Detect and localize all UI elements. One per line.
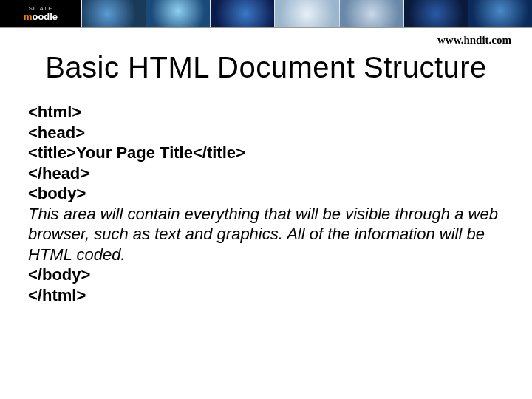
banner-thumb xyxy=(468,0,532,27)
banner-thumb xyxy=(210,0,274,27)
logo-block: SLIATE moodle xyxy=(0,0,81,27)
code-line: <title>Your Page Title</title> xyxy=(28,143,504,163)
banner-image-strip xyxy=(81,0,532,27)
banner-thumb xyxy=(274,0,338,27)
logo-bottom-text: moodle xyxy=(24,12,58,21)
banner-thumb xyxy=(81,0,146,27)
banner-thumb xyxy=(339,0,403,27)
code-line: </body> xyxy=(28,265,504,285)
slide-content: <html> <head> <title>Your Page Title</ti… xyxy=(0,102,532,305)
top-banner: SLIATE moodle xyxy=(0,0,532,28)
header-url: www.hndit.com xyxy=(0,28,532,47)
code-line: <body> xyxy=(28,183,504,204)
code-line: </html> xyxy=(28,285,504,306)
code-line: <html> xyxy=(28,102,504,123)
slide-title: Basic HTML Document Structure xyxy=(21,51,511,84)
banner-thumb xyxy=(403,0,468,27)
code-line: <head> xyxy=(28,123,504,143)
banner-thumb xyxy=(146,0,210,27)
code-line: </head> xyxy=(28,163,504,184)
code-description: This area will contain everything that w… xyxy=(28,204,504,265)
